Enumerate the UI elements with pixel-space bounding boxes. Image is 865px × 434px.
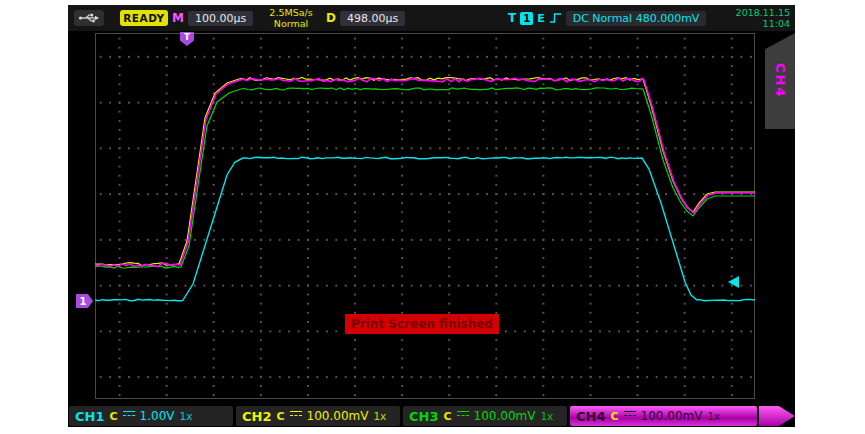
date-label: 2018.11.15 — [736, 7, 790, 18]
ch3-label: CH3 — [409, 409, 438, 424]
timebase-label: M — [172, 11, 184, 25]
oscilloscope-screen: READY M 100.00μs 2.5MSa/s Normal D 498.0… — [68, 5, 795, 427]
datetime: 2018.11.15 11:04 — [736, 7, 790, 29]
time-label: 11:04 — [736, 18, 790, 29]
timebase-group[interactable]: M 100.00μs — [172, 10, 253, 26]
trace-ch4 — [95, 78, 755, 266]
trigger-settings: DC Normal 480.000mV — [566, 11, 707, 26]
status-bar: READY M 100.00μs 2.5MSa/s Normal D 498.0… — [68, 5, 795, 31]
delay-value: 498.00μs — [340, 11, 405, 26]
channel-box-ch2[interactable]: CH2 C 100.00mV 1x — [236, 406, 400, 426]
trace-ch2 — [95, 78, 755, 266]
trigger-edge-label: E — [537, 12, 545, 25]
tab-ch4-menu[interactable]: CH4 — [765, 33, 795, 129]
trace-ch1 — [95, 157, 755, 301]
ch2-probe: 1x — [373, 410, 386, 422]
ch4-probe: 1x — [707, 410, 720, 422]
delay-group[interactable]: D 498.00μs — [326, 10, 405, 26]
ch2-scale: 100.00mV — [307, 409, 369, 423]
sample-rate-group: 2.5MSa/s Normal — [258, 7, 324, 23]
waveform-display: T 1 Print Screen finished — [68, 31, 795, 405]
channel-box-ch3[interactable]: CH3 C 100.00mV 1x — [403, 406, 567, 426]
acquisition-status-badge: READY — [120, 10, 168, 26]
ch4-scale: 100.00mV — [641, 409, 703, 423]
trigger-label: T — [508, 11, 516, 25]
ch4-coupling: C — [610, 410, 618, 423]
dc-coupling-icon — [457, 411, 469, 421]
trigger-level-arrow-icon[interactable] — [728, 276, 739, 288]
channel-box-ch4[interactable]: CH4 C 100.00mV 1x — [570, 406, 757, 426]
ch3-coupling: C — [443, 410, 451, 423]
channel-status-bar: CH1 C 1.00V 1x CH2 C 100.00mV 1x CH3 C 1… — [68, 405, 795, 427]
trigger-source-badge: 1 — [520, 12, 533, 25]
print-screen-message: Print Screen finished — [345, 314, 499, 334]
channel-box-ch1[interactable]: CH1 C 1.00V 1x — [69, 406, 233, 426]
usb-indicator — [74, 10, 104, 26]
ch1-coupling: C — [109, 410, 117, 423]
trace-ch3 — [95, 88, 755, 268]
rising-edge-icon — [549, 12, 562, 24]
acquire-mode: Normal — [258, 18, 324, 29]
ch2-label: CH2 — [242, 409, 271, 424]
sample-rate: 2.5MSa/s — [258, 7, 324, 18]
ch4-label: CH4 — [576, 409, 605, 424]
delay-label: D — [326, 11, 336, 25]
ch1-label: CH1 — [75, 409, 104, 424]
ch1-scale: 1.00V — [140, 409, 175, 423]
trigger-group[interactable]: T 1 E DC Normal 480.000mV — [508, 10, 706, 26]
timebase-value: 100.00μs — [188, 11, 253, 26]
usb-icon — [78, 12, 100, 24]
ch3-scale: 100.00mV — [474, 409, 536, 423]
dc-coupling-icon — [624, 411, 636, 421]
channel-position-marker[interactable]: 1 — [76, 294, 93, 308]
dc-coupling-icon — [290, 411, 302, 421]
channel-scroll-arrow-icon[interactable] — [759, 406, 795, 426]
dc-coupling-icon — [123, 411, 135, 421]
waveform-traces — [95, 33, 755, 399]
ch1-probe: 1x — [179, 410, 192, 422]
ch3-probe: 1x — [540, 410, 553, 422]
ch2-coupling: C — [276, 410, 284, 423]
